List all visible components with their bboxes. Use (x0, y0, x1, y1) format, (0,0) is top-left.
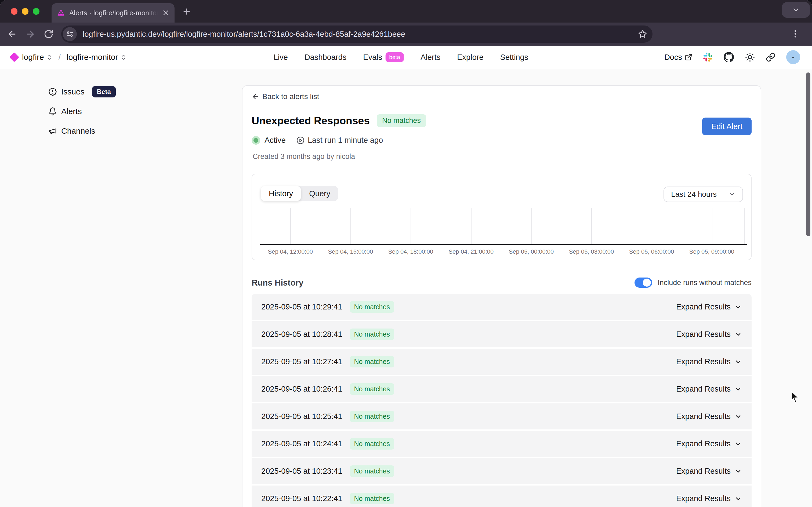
project-select[interactable]: logfire-monitor (67, 53, 127, 62)
history-chart-card: History Query Last 24 hours (252, 174, 752, 260)
chevrons-up-down-icon (46, 54, 53, 60)
run-row: 2025-09-05 at 10:22:41 No matches Expand… (252, 486, 752, 507)
project-name: logfire-monitor (67, 53, 118, 62)
active-status-dot-icon (252, 136, 260, 145)
chart-gridline (411, 208, 411, 244)
browser-tab[interactable]: Alerts · logfire/logfire-monitor (52, 3, 174, 22)
run-row: 2025-09-05 at 10:27:41 No matches Expand… (252, 349, 752, 375)
nav-item-alerts[interactable]: Alerts (421, 53, 440, 62)
runs-chart: Sep 04, 12:00:00 Sep 04, 15:00:00 Sep 04… (252, 174, 751, 260)
sidebar-item-alerts[interactable]: Alerts (48, 102, 116, 121)
chevron-down-icon (735, 440, 742, 448)
reload-icon[interactable] (42, 29, 55, 39)
browser-toolbar: logfire-us.pydantic.dev/logfire/logfire-… (0, 22, 812, 46)
user-avatar[interactable]: - (786, 50, 800, 64)
run-match-badge: No matches (350, 493, 394, 504)
mouse-cursor (789, 390, 802, 404)
forward-icon[interactable] (24, 29, 37, 39)
expand-results-button[interactable]: Expand Results (676, 494, 742, 503)
site-settings-icon[interactable] (63, 27, 77, 41)
status-label: Active (265, 136, 286, 145)
theme-sun-icon[interactable] (745, 52, 755, 62)
run-row: 2025-09-05 at 10:28:41 No matches Expand… (252, 321, 752, 347)
issue-badge-alert-icon (48, 88, 57, 96)
zoom-window-button[interactable] (33, 8, 40, 15)
run-timestamp: 2025-09-05 at 10:25:41 (261, 412, 342, 421)
nav-item-explore[interactable]: Explore (457, 53, 483, 62)
org-name: logfire (22, 53, 44, 62)
last-run: Last run 1 minute ago (296, 136, 383, 145)
new-tab-button[interactable] (182, 7, 191, 16)
address-bar[interactable]: logfire-us.pydantic.dev/logfire/logfire-… (61, 25, 652, 43)
chevron-down-icon (735, 495, 742, 502)
sidebar-item-label: Issues (61, 87, 85, 96)
x-axis-tick: Sep 05, 03:00:00 (569, 248, 614, 255)
sidebar-item-channels[interactable]: Channels (48, 121, 116, 140)
nav-item-settings[interactable]: Settings (500, 53, 529, 62)
org-select[interactable]: logfire (22, 53, 53, 62)
bookmark-star-icon[interactable] (638, 30, 647, 39)
run-match-badge: No matches (350, 383, 394, 395)
chart-gridline (350, 208, 351, 244)
page-scrollbar[interactable] (806, 72, 810, 236)
docs-link[interactable]: Docs (664, 53, 692, 62)
alert-status-row: Active Last run 1 minute ago (252, 136, 383, 145)
chevron-down-icon (735, 358, 742, 365)
expand-results-button[interactable]: Expand Results (676, 385, 742, 393)
minimize-window-button[interactable] (22, 8, 29, 15)
alert-detail-card: Back to alerts list Unexpected Responses… (242, 86, 761, 507)
expand-results-button[interactable]: Expand Results (676, 439, 742, 448)
logfire-favicon-icon (57, 9, 65, 17)
run-timestamp: 2025-09-05 at 10:22:41 (261, 494, 342, 503)
share-link-icon[interactable] (766, 52, 775, 62)
run-match-badge: No matches (350, 465, 394, 477)
chart-gridline (712, 208, 712, 244)
bell-icon (48, 107, 57, 116)
back-icon[interactable] (6, 29, 18, 39)
include-runs-toggle[interactable] (635, 278, 652, 288)
x-axis-tick: Sep 04, 15:00:00 (328, 248, 373, 255)
nav-item-dashboards[interactable]: Dashboards (305, 53, 346, 62)
docs-label: Docs (664, 53, 682, 62)
x-axis-tick: Sep 05, 09:00:00 (689, 248, 735, 255)
tab-strip: Alerts · logfire/logfire-monitor (0, 0, 812, 22)
run-row: 2025-09-05 at 10:25:41 No matches Expand… (252, 403, 752, 430)
sidebar: Issues Beta Alerts Channels (48, 82, 116, 140)
runs-list: 2025-09-05 at 10:29:41 No matches Expand… (252, 294, 752, 507)
run-row: 2025-09-05 at 10:29:41 No matches Expand… (252, 294, 752, 320)
nav-item-live[interactable]: Live (274, 53, 288, 62)
back-to-alerts-link[interactable]: Back to alerts list (252, 92, 319, 101)
browser-window: Alerts · logfire/logfire-monitor logfire… (0, 0, 812, 507)
sidebar-item-issues[interactable]: Issues Beta (48, 82, 116, 102)
github-icon[interactable] (723, 52, 734, 62)
created-by-text: Created 3 months ago by nicola (253, 153, 355, 161)
expand-results-button[interactable]: Expand Results (676, 330, 742, 339)
expand-results-button[interactable]: Expand Results (676, 467, 742, 475)
expand-results-button[interactable]: Expand Results (676, 302, 742, 311)
expand-results-button[interactable]: Expand Results (676, 357, 742, 366)
chart-gridline (744, 208, 745, 244)
close-window-button[interactable] (11, 8, 17, 15)
page-title: Unexpected Responses (252, 115, 370, 127)
slack-icon[interactable] (703, 52, 713, 62)
run-timestamp: 2025-09-05 at 10:28:41 (261, 330, 342, 339)
runs-history-heading: Runs History (252, 278, 304, 288)
tab-search-button[interactable] (782, 2, 810, 18)
sidebar-item-label: Channels (61, 126, 95, 135)
beta-badge: beta (385, 52, 404, 62)
edit-alert-button[interactable]: Edit Alert (702, 118, 752, 135)
chart-gridline (290, 208, 291, 244)
nav-right-cluster: Docs - (664, 50, 800, 64)
logfire-logo-icon (9, 52, 19, 62)
chevron-down-icon (735, 385, 742, 393)
megaphone-icon (48, 127, 57, 135)
run-match-badge: No matches (350, 411, 394, 422)
nav-item-evals[interactable]: Evals beta (363, 52, 404, 62)
expand-results-button[interactable]: Expand Results (676, 412, 742, 421)
run-row: 2025-09-05 at 10:26:41 No matches Expand… (252, 376, 752, 402)
chevron-down-icon (735, 331, 742, 338)
tab-close-icon[interactable] (162, 9, 169, 16)
browser-menu-icon[interactable] (791, 29, 800, 39)
x-axis-tick: Sep 04, 18:00:00 (388, 248, 433, 255)
run-match-badge: No matches (350, 356, 394, 368)
